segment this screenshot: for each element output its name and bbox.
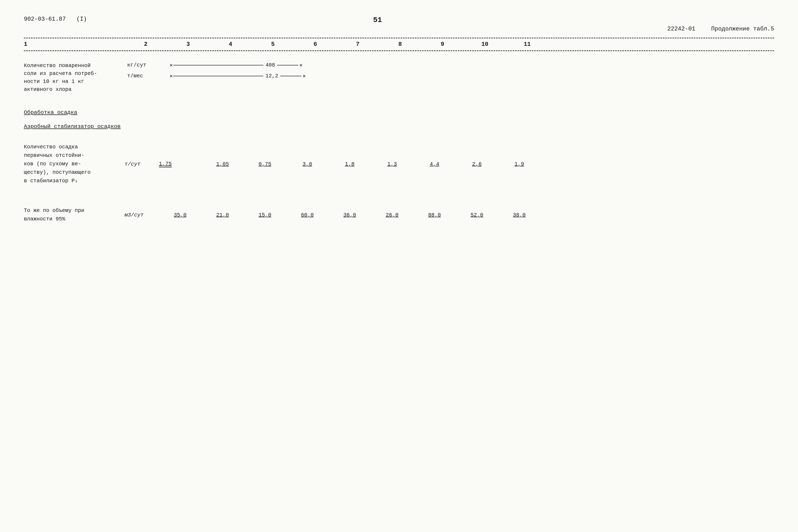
col-header-2: 2 (125, 41, 167, 48)
kol-section: Количество осадка первичных отстойни- ко… (24, 143, 774, 185)
kol-col3: 1,75 (159, 161, 201, 168)
col-header-1: 1 (24, 41, 125, 48)
toze-col9: 88,0 (413, 212, 456, 218)
header-top: 902-03-61.87 (I) 51 (24, 16, 774, 24)
doc-number: 902-03-61.87 (24, 16, 66, 22)
toze-col6: 60,0 (286, 212, 328, 218)
header-second-row: 22242-01 Продолжение табл.5 (24, 26, 774, 32)
col-header-11: 11 (506, 41, 548, 48)
column-headers: 1 2 3 4 5 6 7 8 9 10 11 (24, 38, 774, 50)
aerob-heading: Аэробный стабилизатор осадков (24, 124, 774, 130)
line-1 (173, 65, 263, 65)
toze-col3: 35,0 (159, 212, 201, 218)
toze-col5: 15,0 (244, 212, 286, 218)
toze-col10: 52,0 (456, 212, 498, 218)
toze-col7: 36,0 (328, 212, 371, 218)
salt-section: Количество поваренной соли из расчета по… (24, 62, 774, 94)
arrow-right-2: ✕ (303, 73, 306, 79)
doc-part: (I) (76, 16, 87, 22)
col-header-6: 6 (294, 41, 337, 48)
toze-col4: 21,0 (201, 212, 244, 218)
doc-code: 22242-01 (667, 26, 696, 32)
page-number: 51 (87, 16, 668, 24)
span-val-2: 12,2 (265, 73, 278, 79)
toze-section: То же по объему при влажности 95% м3/сут… (24, 206, 774, 223)
kol-col7: 1,8 (328, 161, 371, 167)
salt-row-2: т/мес ✕ 12,2 ✕ (125, 73, 774, 79)
col-header-9: 9 (421, 41, 464, 48)
line-2 (173, 76, 263, 76)
line-1b (277, 65, 298, 65)
col-header-5: 5 (252, 41, 294, 48)
kol-col4: 1,05 (201, 161, 244, 167)
kol-col8: 1,3 (371, 161, 413, 167)
toze-unit: м3/сут (125, 212, 159, 218)
span-val-1: 408 (265, 62, 275, 68)
unit-tmes: т/мес (127, 73, 162, 79)
kol-col11: 1,9 (498, 161, 540, 167)
kol-description: Количество осадка первичных отстойни- ко… (24, 143, 125, 185)
toze-description: То же по объему при влажности 95% (24, 206, 125, 223)
col-header-3: 3 (167, 41, 209, 48)
arrow-left-2: ✕ (170, 73, 173, 79)
kol-col10: 2,6 (456, 161, 498, 167)
kol-col9: 4,4 (413, 161, 456, 167)
col-header-8: 8 (379, 41, 421, 48)
continuation-label: Продолжение табл.5 (711, 26, 774, 32)
header-left: 902-03-61.87 (I) (24, 16, 87, 22)
arrow-right-1: ✕ (299, 62, 303, 68)
page: 902-03-61.87 (I) 51 22242-01 Продолжение… (0, 0, 798, 532)
line-2b (280, 76, 302, 76)
osadok-heading: Обработка осадка (24, 110, 774, 115)
kol-unit: т/сут (125, 161, 159, 167)
kol-col6: 3,0 (286, 161, 328, 167)
col-header-4: 4 (209, 41, 252, 48)
unit-kgsut: кг/сут (127, 62, 162, 68)
kol-col5: 0,75 (244, 161, 286, 167)
arrow-left-1: ✕ (170, 62, 173, 68)
col-header-7: 7 (337, 41, 379, 48)
toze-col11: 38,0 (498, 212, 540, 218)
toze-col8: 26,0 (371, 212, 413, 218)
salt-row-1: кг/сут ✕ 408 ✕ (125, 62, 774, 68)
col-header-10: 10 (464, 41, 506, 48)
salt-description: Количество поваренной соли из расчета по… (24, 62, 125, 94)
